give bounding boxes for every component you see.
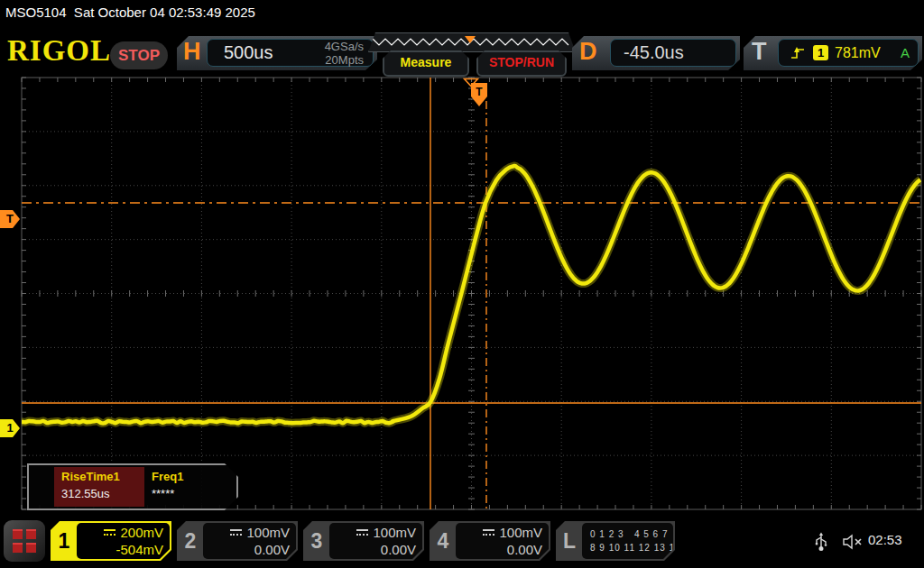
delay-panel: -45.0us xyxy=(610,39,736,67)
oscilloscope-screen: MSO5104 Sat October 04 02:53:49 2025 RIG… xyxy=(0,0,924,568)
trigger-panel: 1 781mV A xyxy=(778,39,919,67)
channel2-button[interactable]: 2 100mV 0.00V xyxy=(177,521,298,561)
measurement-freq[interactable]: Freq1 ***** xyxy=(144,467,235,507)
memory-waveform-overview[interactable] xyxy=(368,32,576,52)
measure-button[interactable]: Measure xyxy=(383,50,469,77)
channel1-button[interactable]: 1 200mV -504mV xyxy=(51,521,171,561)
channel-number: 3 xyxy=(303,521,330,561)
channel-scale: 100mV xyxy=(499,524,542,541)
overview-zigzag xyxy=(369,33,573,50)
channel-offset: 0.00V xyxy=(381,541,416,558)
usb-icon xyxy=(815,532,827,552)
measurement-name: Freq1 xyxy=(152,470,235,483)
channel-scale: 100mV xyxy=(246,524,290,541)
horizontal-label: H xyxy=(183,38,201,66)
channel4-button[interactable]: 4 100mV 0.00V xyxy=(430,521,550,561)
delay-value: -45.0us xyxy=(624,42,684,63)
main-menu-button[interactable] xyxy=(4,520,45,562)
trigger-delay-button[interactable]: D -45.0us xyxy=(572,36,740,70)
dc-coupling-icon xyxy=(104,528,116,536)
measurement-results-box: RiseTime1 312.55us Freq1 ***** xyxy=(27,463,238,510)
trigger-settings-button[interactable]: T 1 781mV A xyxy=(744,36,922,70)
la-digits-row1: 0 1 2 3 4 5 6 7 xyxy=(590,527,669,541)
measurement-value: 312.55us xyxy=(61,487,144,500)
rigol-logo: RIGOL xyxy=(7,34,111,68)
timebase-value: 500us xyxy=(224,42,273,63)
measurement-name: RiseTime1 xyxy=(61,470,144,483)
run-state-indicator[interactable]: STOP xyxy=(110,41,168,69)
delay-label: D xyxy=(579,38,597,66)
dc-coupling-icon xyxy=(230,528,242,536)
rising-edge-trigger-icon xyxy=(790,45,806,61)
horizontal-settings-button[interactable]: H 500us 4GSa/s20Mpts xyxy=(177,36,377,70)
channel-offset: -504mV xyxy=(116,541,163,558)
channel3-button[interactable]: 3 100mV 0.00V xyxy=(303,521,424,561)
dc-coupling-icon xyxy=(356,528,368,536)
trigger-source-badge: 1 xyxy=(813,45,828,60)
measurement-value: ***** xyxy=(152,487,235,500)
menu-grid-icon xyxy=(13,529,36,553)
channel-number: 2 xyxy=(177,521,204,561)
horizontal-panel: 500us 4GSa/s20Mpts xyxy=(207,39,374,67)
trigger-level-value: 781mV xyxy=(835,45,881,61)
channel-number: 1 xyxy=(51,521,78,561)
stop-run-button[interactable]: STOP/RUN xyxy=(476,50,567,77)
logic-analyzer-button[interactable]: L 0 1 2 3 4 5 6 7 8 9 10 11 12 13 14 15 xyxy=(556,521,675,561)
model-and-datetime: MSO5104 Sat October 04 02:53:49 2025 xyxy=(0,0,924,25)
channel-offset: 0.00V xyxy=(507,541,542,558)
clock-time: 02:53 xyxy=(868,532,902,547)
trigger-label: T xyxy=(752,38,767,66)
la-label: L xyxy=(556,521,583,561)
channel-scale: 200mV xyxy=(120,524,163,541)
trigger-mode: A xyxy=(901,45,910,60)
channel-offset: 0.00V xyxy=(254,541,290,558)
speaker-muted-icon xyxy=(842,534,864,550)
sample-rate-and-depth: 4GSa/s20Mpts xyxy=(325,40,364,67)
measurement-risetime[interactable]: RiseTime1 312.55us xyxy=(54,467,144,507)
dc-coupling-icon xyxy=(483,528,494,536)
channel-scale: 100mV xyxy=(373,524,416,541)
channel-number: 4 xyxy=(430,521,457,561)
